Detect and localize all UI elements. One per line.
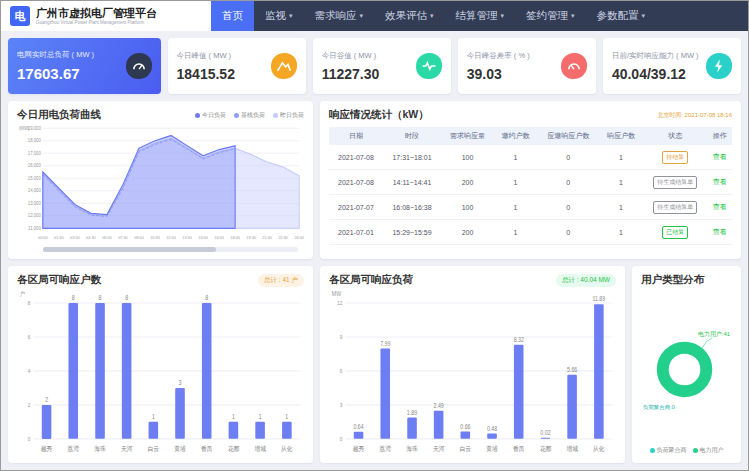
action-cell: 查看 [708,145,732,170]
kpi-title: 今日峰值 ( MW ) [177,51,235,61]
svg-text:黄埔: 黄埔 [486,445,498,453]
svg-text:0.02: 0.02 [540,429,550,436]
bar-花都 [229,422,239,439]
table-cell: 0 [537,195,599,220]
table-cell: 0 [537,170,599,195]
kpi-title: 电网实时总负荷 ( MW ) [17,50,94,60]
donut-ring [663,348,707,392]
user-type-donut: 电力用户:41负荷聚合商:0 [641,287,732,444]
svg-text:18,000: 18,000 [28,138,42,143]
donut-legend-item-1[interactable]: 电力用户 [693,446,724,455]
svg-text:12:00: 12:00 [166,235,176,240]
svg-text:7.99: 7.99 [380,340,390,347]
svg-text:19:30: 19:30 [246,235,256,240]
view-link[interactable]: 查看 [713,228,727,235]
chevron-down-icon: ▾ [501,12,505,20]
load-legend: 今日负荷基线负荷昨日负荷 [195,111,304,120]
district-load-panel: 各区局可响应负荷 总计 : 40.04 MW 036912MW0.64越秀7.9… [320,266,625,463]
table-cell: 1 [599,195,642,220]
svg-text:8: 8 [28,300,31,307]
gauge-icon [126,53,152,79]
svg-text:24:00: 24:00 [294,235,304,240]
table-cell: 200 [441,170,494,195]
bar-番禺 [202,303,212,439]
legend-dot-icon [693,448,698,453]
svg-text:越秀: 越秀 [353,445,365,454]
svg-text:21:00: 21:00 [262,235,272,240]
nav-item-label: 参数配置 [597,9,639,23]
chevron-down-icon: ▾ [642,12,646,20]
bar-荔湾 [68,303,78,439]
status-badge: 待生成结算单 [653,176,697,189]
table-row: 2021-07-0115:29~15:59200101已结算查看 [329,220,732,245]
svg-text:06:00: 06:00 [102,235,112,240]
svg-text:1: 1 [285,414,288,421]
svg-text:(MW): (MW) [19,126,30,131]
view-link[interactable]: 查看 [713,178,727,185]
view-link[interactable]: 查看 [713,203,727,210]
page: 电 广州市虚拟电厂管理平台 Guangzhou Virtual Power Pl… [0,0,749,471]
nav-item-0[interactable]: 首页 [211,1,254,31]
bar-番禺 [514,345,524,439]
table-cell: 1 [494,220,537,245]
status-cell: 待生成结算单 [643,170,708,195]
legend-dot-icon [234,113,239,118]
district-load-panel-head: 各区局可响应负荷 总计 : 40.04 MW [329,273,616,287]
svg-text:番禺: 番禺 [201,445,212,454]
households-total-badge: 总计 : 41 户 [258,274,304,287]
nav-item-label: 监视 [265,9,286,23]
bar-增城 [567,375,577,439]
content: 电网实时总负荷 ( MW )17603.67今日峰值 ( MW )18415.5… [1,31,748,470]
svg-text:10:30: 10:30 [150,235,160,240]
legend-dot-icon [273,113,278,118]
legend-item-2[interactable]: 昨日负荷 [273,111,304,120]
nav-item-label: 效果评估 [385,9,427,23]
nav-item-label: 首页 [222,9,243,23]
chart-scrollbar[interactable] [43,247,298,252]
response-stats-panel: 响应情况统计（kW） 北京时间: 2021-07-08 18:16 日期时段需求… [320,101,741,259]
svg-text:0: 0 [340,436,343,443]
bar-从化 [282,422,292,439]
svg-text:天河: 天河 [121,445,133,454]
nav-item-5[interactable]: 签约管理▾ [515,1,586,31]
donut-legend-item-0[interactable]: 负荷聚合商 [650,446,687,455]
bar-越秀 [42,405,52,439]
response-table: 日期时段需求响应量邀约户数应邀响应户数响应户数状态操作 2021-07-0817… [329,127,732,245]
user-type-panel: 用户类型分布 电力用户:41负荷聚合商:0 负荷聚合商电力用户 [632,266,741,463]
chevron-down-icon: ▾ [360,12,364,20]
legend-item-1[interactable]: 基线负荷 [234,111,265,120]
table-cell: 2021-07-08 [329,145,383,170]
svg-text:09:00: 09:00 [134,235,144,240]
svg-text:8: 8 [99,295,102,302]
nav-item-2[interactable]: 需求响应▾ [304,1,375,31]
table-cell: 200 [441,220,494,245]
svg-text:16,000: 16,000 [28,163,42,168]
nav-item-1[interactable]: 监视▾ [254,1,304,31]
kpi-value: 39.03 [467,66,530,82]
kpi-title: 今日谷值 ( MW ) [322,51,380,61]
kpi-card-0: 电网实时总负荷 ( MW )17603.67 [8,38,161,94]
view-link[interactable]: 查看 [713,153,727,160]
nav-item-6[interactable]: 参数配置▾ [586,1,657,31]
svg-text:4: 4 [28,368,31,375]
svg-text:户: 户 [20,290,25,298]
logo-icon: 电 [10,6,30,26]
table-cell: 15:29~15:59 [383,220,441,245]
bar-天河 [122,303,132,439]
bottom-row: 各区局可响应户数 总计 : 41 户 02468户2越秀8荔湾8海珠8天河1白云… [8,266,741,463]
households-panel-title: 各区局可响应户数 [17,273,101,287]
legend-item-0[interactable]: 今日负荷 [195,111,226,120]
svg-text:3: 3 [179,380,182,387]
table-header-cell: 应邀响应户数 [537,127,599,145]
nav-item-3[interactable]: 效果评估▾ [374,1,445,31]
nav-item-4[interactable]: 结算管理▾ [445,1,516,31]
table-cell: 2021-07-01 [329,220,383,245]
table-cell: 100 [441,145,494,170]
app-subtitle: Guangzhou Virtual Power Plant Management… [36,20,157,25]
kpi-card-3: 今日峰谷差率 ( % )39.03 [458,38,596,94]
chevron-down-icon: ▾ [289,12,293,20]
kpi-info: 今日峰谷差率 ( % )39.03 [467,51,530,82]
chart-scrollbar-thumb[interactable] [43,247,216,252]
user-type-legend: 负荷聚合商电力用户 [641,444,732,456]
svg-text:15:00: 15:00 [198,235,208,240]
